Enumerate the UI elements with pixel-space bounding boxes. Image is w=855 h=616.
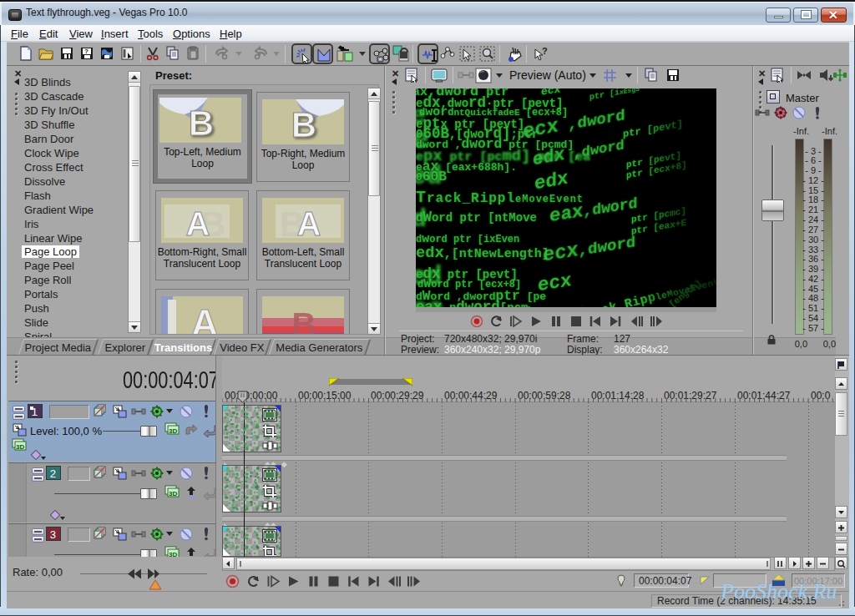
svg-text:B: B: [292, 306, 316, 335]
svg-text:?: ?: [84, 48, 89, 55]
svg-text:?: ?: [542, 46, 548, 56]
svg-text:B: B: [189, 104, 214, 143]
svg-text:3D: 3D: [169, 427, 177, 435]
svg-text:A: A: [297, 205, 321, 242]
svg-text:3D: 3D: [16, 443, 24, 451]
svg-text:B: B: [291, 105, 316, 144]
svg-text:3D: 3D: [169, 490, 177, 497]
svg-text:3D: 3D: [169, 551, 177, 558]
svg-text:A: A: [186, 205, 210, 242]
svg-text:A: A: [190, 301, 218, 335]
